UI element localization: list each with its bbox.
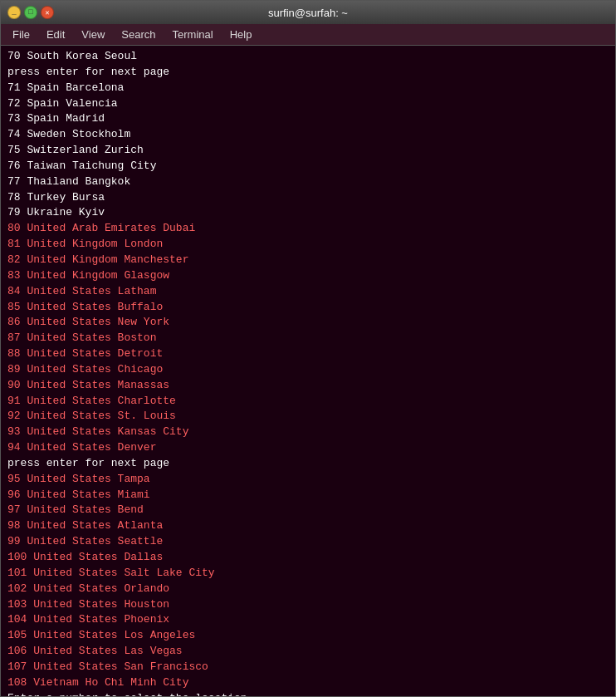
menu-help[interactable]: Help	[222, 26, 261, 43]
terminal-line: 90 United States Manassas	[7, 378, 609, 394]
close-button[interactable]: ✕	[41, 6, 54, 19]
terminal-body[interactable]: 70 South Korea Seoulpress enter for next…	[1, 46, 615, 696]
terminal-line: press enter for next page	[7, 456, 609, 472]
terminal-line: 70 South Korea Seoul	[7, 49, 609, 65]
terminal-line: 105 United States Los Angeles	[7, 628, 609, 644]
terminal-line: 101 United States Salt Lake City	[7, 566, 609, 582]
terminal-line: 72 Spain Valencia	[7, 96, 609, 112]
terminal-window: _ □ ✕ surfin@surfah: ~ File Edit View Se…	[0, 0, 616, 697]
window-title: surfin@surfah: ~	[57, 7, 559, 19]
terminal-line: 87 United States Boston	[7, 331, 609, 346]
menu-terminal[interactable]: Terminal	[164, 26, 222, 43]
terminal-line: 75 Switzerland Zurich	[7, 143, 609, 159]
terminal-line: 98 United States Atlanta	[7, 518, 609, 534]
terminal-line: 80 United Arab Emirates Dubai	[7, 221, 609, 237]
terminal-line: 73 Spain Madrid	[7, 111, 609, 127]
terminal-line: 106 United States Las Vegas	[7, 644, 609, 660]
minimize-button[interactable]: _	[7, 6, 21, 19]
terminal-line: 96 United States Miami	[7, 488, 609, 503]
terminal-line: 107 United States San Francisco	[7, 660, 609, 675]
terminal-line: 86 United States New York	[7, 315, 609, 331]
terminal-line: 94 United States Denver	[7, 440, 609, 456]
terminal-line: 89 United States Chicago	[7, 362, 609, 378]
terminal-line: 91 United States Charlotte	[7, 394, 609, 410]
terminal-line: Enter a number to select the location	[7, 691, 609, 696]
terminal-line: 85 United States Buffalo	[7, 300, 609, 316]
terminal-line: 83 United Kingdom Glasgow	[7, 268, 609, 284]
terminal-line: 100 United States Dallas	[7, 550, 609, 566]
terminal-line: 92 United States St. Louis	[7, 409, 609, 425]
terminal-line: 78 Turkey Bursa	[7, 190, 609, 206]
terminal-line: 71 Spain Barcelona	[7, 81, 609, 96]
terminal-line: 104 United States Phoenix	[7, 612, 609, 628]
terminal-line: 103 United States Houston	[7, 597, 609, 613]
menu-file[interactable]: File	[4, 26, 38, 43]
menu-view[interactable]: View	[73, 26, 113, 43]
menubar: File Edit View Search Terminal Help	[1, 24, 615, 46]
terminal-line: 97 United States Bend	[7, 503, 609, 518]
terminal-line: 76 Taiwan Taichung City	[7, 159, 609, 174]
terminal-line: 79 Ukraine Kyiv	[7, 205, 609, 221]
menu-search[interactable]: Search	[113, 26, 164, 43]
terminal-line: 95 United States Tampa	[7, 472, 609, 488]
terminal-line: 81 United Kingdom London	[7, 237, 609, 253]
terminal-line: 93 United States Kansas City	[7, 425, 609, 440]
terminal-line: 84 United States Latham	[7, 284, 609, 300]
terminal-line: 82 United Kingdom Manchester	[7, 253, 609, 268]
terminal-line: 88 United States Detroit	[7, 346, 609, 362]
terminal-line: 108 Vietnam Ho Chi Minh City	[7, 675, 609, 691]
terminal-line: 99 United States Seattle	[7, 534, 609, 550]
terminal-line: 74 Sweden Stockholm	[7, 127, 609, 143]
terminal-line: 77 Thailand Bangkok	[7, 174, 609, 190]
titlebar: _ □ ✕ surfin@surfah: ~	[1, 1, 615, 24]
terminal-line: 102 United States Orlando	[7, 582, 609, 597]
terminal-line: press enter for next page	[7, 65, 609, 81]
menu-edit[interactable]: Edit	[38, 26, 73, 43]
maximize-button[interactable]: □	[24, 6, 37, 19]
